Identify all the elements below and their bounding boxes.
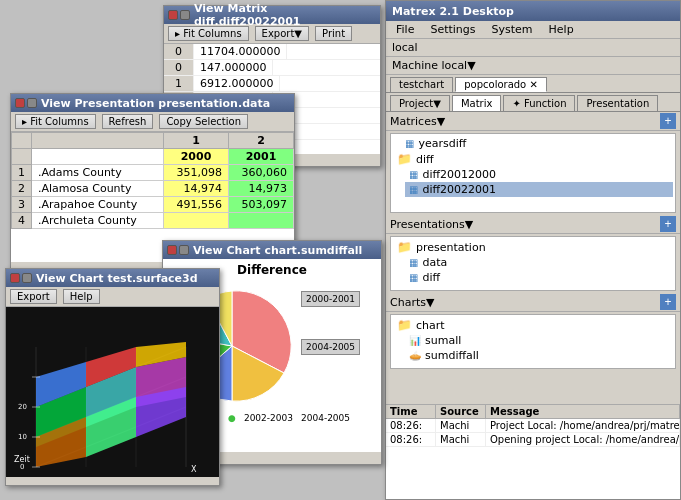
tree-item-diff-folder[interactable]: 📁 diff [393, 151, 673, 167]
pres-name-2: .Alamosa County [32, 181, 164, 197]
presentations-header: Presentations▼ + [386, 215, 680, 234]
pres-col-0 [32, 133, 164, 149]
menu-system[interactable]: System [488, 22, 537, 37]
pres-min-btn[interactable] [27, 98, 37, 108]
charts-header: Charts▼ + [386, 293, 680, 312]
charts-label[interactable]: Charts▼ [390, 296, 434, 309]
chart-3d-export-btn[interactable]: Export [10, 289, 57, 304]
tab-popcolorado[interactable]: popcolorado ✕ [455, 77, 547, 92]
charts-add-button[interactable]: + [660, 294, 676, 310]
table-row-2: 2 .Alamosa County 14,974 14,973 [12, 181, 294, 197]
chart-3d-area: Zeit X 0 10 20 [6, 307, 219, 477]
tree-item-diff20022001[interactable]: ▦ diff20022001 [405, 182, 673, 197]
presentation-folder-label: presentation [416, 241, 486, 254]
view-pres-toolbar: ▸ Fit Columns Refresh Copy Selection [11, 112, 294, 132]
chart-sum-close-btn[interactable] [167, 245, 177, 255]
tree-item-presentation-folder[interactable]: 📁 presentation [393, 239, 673, 255]
tree-item-yearsdiff[interactable]: ▦ yearsdiff [393, 136, 673, 151]
svg-text:20: 20 [18, 403, 27, 411]
pres-val2-1: 360,060 [229, 165, 294, 181]
view-chart-3d-window: View Chart test.surface3d Export Help [5, 268, 220, 486]
matrix-close-btn[interactable] [168, 10, 178, 20]
tab-matrix[interactable]: Matrix [452, 95, 501, 111]
pres-val2-3: 503,097 [229, 197, 294, 213]
axis-x-label: X [191, 465, 197, 474]
pres-name-1: .Adams County [32, 165, 164, 181]
fit-columns-btn[interactable]: ▸ Fit Columns [168, 26, 249, 41]
pres-col-1: 1 [164, 133, 229, 149]
diff20012000-label: diff20012000 [422, 168, 496, 181]
chart-folder-icon: 📁 [397, 318, 412, 332]
pres-name-3: .Arapahoe County [32, 197, 164, 213]
view-matrix-title: View Matrix diff.diff20022001 [194, 2, 376, 28]
chart-3d-help-btn[interactable]: Help [63, 289, 100, 304]
log-panel: Time Source Message 08:26: Machi Project… [386, 404, 680, 499]
yearsdiff-label: yearsdiff [418, 137, 466, 150]
tab-presentation[interactable]: Presentation [577, 95, 658, 111]
matrix-row-0: 0 [164, 60, 194, 75]
tree-item-pres-data[interactable]: ▦ data [405, 255, 673, 270]
view-chart-3d-title: View Chart test.surface3d [36, 272, 198, 285]
tab-function[interactable]: ✦ Function [503, 95, 575, 111]
tree-item-chart-folder[interactable]: 📁 chart [393, 317, 673, 333]
tree-item-sumall[interactable]: 📊 sumall [405, 333, 673, 348]
pres-refresh-btn[interactable]: Refresh [102, 114, 154, 129]
diff-folder-label: diff [416, 153, 434, 166]
machine-label[interactable]: Machine local▼ [392, 59, 476, 72]
presentations-label[interactable]: Presentations▼ [390, 218, 473, 231]
matrix-min-btn[interactable] [180, 10, 190, 20]
pres-fit-btn[interactable]: ▸ Fit Columns [15, 114, 96, 129]
table-row-4: 4 .Archuleta County [12, 213, 294, 229]
svg-text:0: 0 [20, 463, 24, 471]
legend-2004-2005-bottom: 2004-2005 [301, 413, 350, 423]
pres-val1-2: 14,974 [164, 181, 229, 197]
view-matrix-toolbar: ▸ Fit Columns Export▼ Print [164, 24, 380, 44]
menu-file[interactable]: File [392, 22, 418, 37]
presentations-tree: 📁 presentation ▦ data ▦ diff [390, 236, 676, 291]
view-chart-3d-titlebar: View Chart test.surface3d [6, 269, 219, 287]
surface-3d-chart: Zeit X 0 10 20 [6, 307, 219, 477]
view-pres-title: View Presentation presentation.data [41, 97, 270, 110]
log-header: Time Source Message [386, 405, 680, 419]
chart-3d-close-btn[interactable] [10, 273, 20, 283]
tree-item-pres-diff[interactable]: ▦ diff [405, 270, 673, 285]
log-time-0: 08:26: [386, 419, 436, 432]
tab-project[interactable]: Project▼ [390, 95, 450, 111]
matrix-val-0: 147.000000 [194, 60, 273, 75]
tab-testchart[interactable]: testchart [390, 77, 453, 92]
matrex-title: Matrex 2.1 Desktop [386, 1, 680, 21]
presentations-add-button[interactable]: + [660, 216, 676, 232]
matrix-col-header: 0 [164, 44, 194, 59]
pres-val1-3: 491,556 [164, 197, 229, 213]
pres-val2-2: 14,973 [229, 181, 294, 197]
matrices-add-button[interactable]: + [660, 113, 676, 129]
chart-3d-min-btn[interactable] [22, 273, 32, 283]
pres-idx-2: 2 [12, 181, 32, 197]
view-chart-3d-toolbar: Export Help [6, 287, 219, 307]
tree-item-sumdiffall[interactable]: 🥧 sumdiffall [405, 348, 673, 363]
pres-col-idx [12, 133, 32, 149]
pres-close-btn[interactable] [15, 98, 25, 108]
print-btn[interactable]: Print [315, 26, 352, 41]
pres-col-2: 2 [229, 133, 294, 149]
export-btn[interactable]: Export▼ [255, 26, 309, 41]
pres-idx-1: 1 [12, 165, 32, 181]
chart-sum-min-btn[interactable] [179, 245, 189, 255]
log-col-message: Message [486, 405, 680, 418]
pres-idx-h [12, 149, 32, 165]
pres-idx-4: 4 [12, 213, 32, 229]
matrices-label[interactable]: Matrices▼ [390, 115, 445, 128]
legend-dot-2002: ● [228, 413, 236, 423]
panel-tabs: Project▼ Matrix ✦ Function Presentation [386, 93, 680, 112]
log-source-0: Machi [436, 419, 486, 432]
table-row-1: 1 .Adams County 351,098 360,060 [12, 165, 294, 181]
tree-item-diff20012000[interactable]: ▦ diff20012000 [405, 167, 673, 182]
machine-bar[interactable]: Machine local▼ [386, 57, 680, 75]
view-chart-sum-titlebar: View Chart chart.sumdiffall [163, 241, 381, 259]
pres-copy-btn[interactable]: Copy Selection [159, 114, 248, 129]
menu-help[interactable]: Help [545, 22, 578, 37]
legend-2004-2005: 2004-2005 [301, 339, 360, 355]
pres-cell-h-0 [32, 149, 164, 165]
matrix-val-1: 6912.000000 [194, 76, 280, 91]
menu-settings[interactable]: Settings [426, 22, 479, 37]
